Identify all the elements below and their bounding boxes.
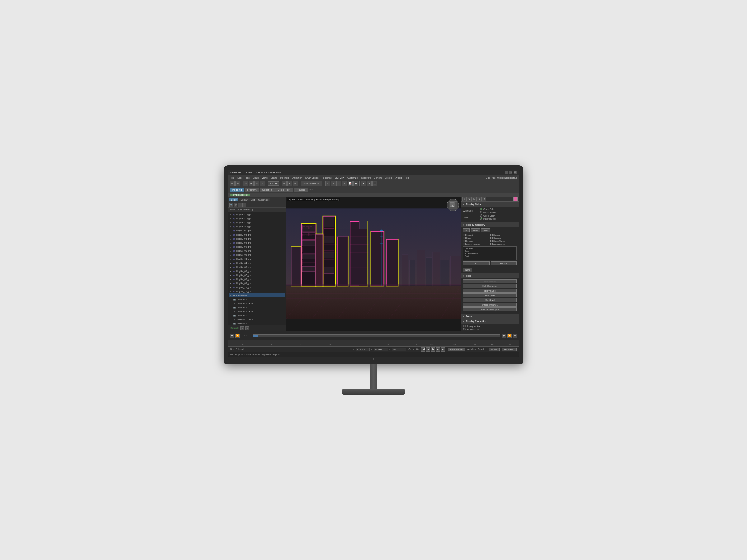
scale-button[interactable]: ⤡ xyxy=(260,181,265,186)
tab-extra[interactable]: ≡ ☆ xyxy=(309,189,313,191)
render-setup-button[interactable]: ▶ xyxy=(367,181,371,186)
list-item[interactable]: ▶ ⊞ BldgLG_04_grp xyxy=(229,224,285,229)
bone-item-bone[interactable]: Bone xyxy=(464,250,516,252)
wireframe-object-color[interactable]: Object Color xyxy=(480,208,496,210)
list-item[interactable]: ▶ ⊞ BldgSM_11_grp xyxy=(229,289,285,293)
next-frame-btn[interactable]: ▶| xyxy=(436,347,440,351)
rp-view-button[interactable]: ◱ xyxy=(472,197,476,201)
rotate-button[interactable]: ↻ xyxy=(254,181,259,186)
hide-cat-all-button[interactable]: All xyxy=(463,229,470,232)
menu-civil-view[interactable]: Civil View xyxy=(334,177,345,179)
menu-content[interactable]: Content xyxy=(383,177,394,179)
move-button[interactable]: ✛ xyxy=(249,181,254,186)
menu-rendering[interactable]: Rendering xyxy=(320,177,333,179)
scene-tab-edit[interactable]: Edit xyxy=(249,198,256,201)
select-button[interactable]: ⊹ xyxy=(243,181,248,186)
track-view-button[interactable]: 📈 xyxy=(348,181,353,186)
checkbox-helpers[interactable] xyxy=(463,240,466,242)
maximize-button[interactable]: □ xyxy=(509,171,512,174)
list-item[interactable]: ▶ ⊞ BldgHD_03_grp xyxy=(229,237,285,241)
selection-filter[interactable]: All xyxy=(268,181,279,186)
list-item[interactable]: ▶ ⊞ BldgSM_05_grp xyxy=(229,265,285,269)
viewport[interactable]: [+] [Perspective] [Standard] [Facets + E… xyxy=(286,197,461,331)
section-hide-by-category[interactable]: Hide by Category xyxy=(461,222,518,227)
list-item[interactable]: 📷 Camera003 xyxy=(229,297,285,301)
wireframe-material-color[interactable]: Material Color xyxy=(480,211,496,213)
scene-grid-btn[interactable]: ⊞ xyxy=(245,326,249,330)
checkbox-space-warps[interactable] xyxy=(490,240,493,242)
list-item[interactable]: ⊕ Camera006.Target xyxy=(229,310,285,314)
scene-view-btn[interactable]: ⊟ xyxy=(240,326,244,330)
prev-frame-btn[interactable]: ◀ xyxy=(426,347,431,351)
list-item[interactable]: ⊕ Camera003.Target xyxy=(229,301,285,305)
schematic-view-button[interactable]: 🔲 xyxy=(353,181,358,186)
checkbox-geometry[interactable] xyxy=(463,234,466,236)
list-item[interactable]: ▶ ⊞ BldgHD_02_grp xyxy=(229,233,285,237)
rp-env-button[interactable]: ☀ xyxy=(482,197,487,201)
category-bone-objects[interactable]: Bone Objects xyxy=(490,243,517,245)
list-item[interactable]: ▶ ⊞ BldgHD_05_grp xyxy=(229,245,285,249)
timeline-ruler[interactable]: 0 10 20 25 30 35 40 45 50 55 60 65 xyxy=(229,340,518,346)
time-end-button[interactable]: ▶| xyxy=(441,347,445,351)
list-item[interactable]: ▼ 📷 Camera002 xyxy=(229,293,285,297)
rp-settings-button[interactable]: ⚙ xyxy=(467,197,471,201)
snap-percent-button[interactable]: % xyxy=(293,181,298,186)
timeline-slider[interactable] xyxy=(253,335,500,337)
scene-list[interactable]: ▶ ⊞ BldgLG_01_grp ▶ ⊞ BldgLG_02_grp ▶ ⊞ xyxy=(229,212,286,325)
bone-list[interactable]: CAT Bone Bone IK Chain Object Point xyxy=(463,246,517,260)
list-item[interactable]: ▶ ⊞ BldgSM_06_grp xyxy=(229,269,285,273)
category-helpers[interactable]: Helpers xyxy=(463,240,490,242)
category-geometry[interactable]: Geometry xyxy=(463,234,490,236)
list-item[interactable]: ▶ ⊞ BldgHD_01_grp xyxy=(229,229,285,233)
checkbox-cameras[interactable] xyxy=(490,237,493,239)
scene-tab-customize[interactable]: Customize xyxy=(256,198,270,201)
list-item[interactable]: ▶ ⊞ BldgSM_08_grp xyxy=(229,277,285,281)
material-editor-button[interactable]: ◉ xyxy=(361,181,366,186)
create-selection-button[interactable]: Create Selection Se... xyxy=(301,181,323,186)
list-item[interactable]: ▶ ⊞ BldgSM_04_grp xyxy=(229,261,285,265)
menu-animation[interactable]: Animation xyxy=(291,177,303,179)
unhide-by-name-button[interactable]: Unhide by Name... xyxy=(463,303,517,307)
tab-freeform[interactable]: Freeform xyxy=(244,188,259,192)
menu-scripting[interactable]: Interactive xyxy=(360,177,372,179)
bone-add-button[interactable]: Add xyxy=(463,261,490,265)
section-freeze[interactable]: Freeze xyxy=(461,314,518,319)
bone-none-button[interactable]: None xyxy=(463,268,472,272)
play-button[interactable]: ▶ xyxy=(502,334,506,338)
hide-cat-none-button[interactable]: None xyxy=(471,229,480,232)
play-btn[interactable]: ▶ xyxy=(431,347,435,351)
backface-cull-option[interactable]: Backface Cull xyxy=(463,328,517,330)
tab-selection[interactable]: Selection xyxy=(260,188,275,192)
hide-by-name-button[interactable]: Hide by Name... xyxy=(463,289,517,293)
bone-remove-button[interactable]: Remove xyxy=(491,261,517,265)
category-particle-systems[interactable]: Particle Systems xyxy=(463,243,490,245)
prev-key-button[interactable]: ⏪ xyxy=(235,334,240,338)
scene-search-button[interactable]: 🔍 xyxy=(229,203,233,207)
set-key-button[interactable]: Set Key xyxy=(489,348,499,351)
hide-selected-button[interactable]: Hide Selected xyxy=(463,279,517,284)
section-hide[interactable]: Hide xyxy=(461,273,518,278)
menu-views[interactable]: Views xyxy=(260,177,269,179)
list-item[interactable]: ▶ ⊞ BldgSM_01_grp xyxy=(229,249,285,253)
menu-group[interactable]: Group xyxy=(252,177,260,179)
scene-manager-button[interactable]: ⊟ xyxy=(342,181,347,186)
menu-interactive[interactable]: Content xyxy=(372,177,383,179)
align-button[interactable]: ≡ xyxy=(331,181,336,186)
undo-button[interactable]: ↩ xyxy=(230,181,235,186)
hide-frozen-button[interactable]: Hide Frozen Objects xyxy=(463,308,517,312)
unhide-all-button[interactable]: Unhide All xyxy=(463,298,517,302)
list-item[interactable]: 📷 Camera008 xyxy=(229,322,285,325)
shaded-object-color[interactable]: Object Color xyxy=(480,214,496,217)
redo-button[interactable]: ↪ xyxy=(235,181,240,186)
checkbox-particle[interactable] xyxy=(463,243,466,245)
category-shapes[interactable]: Shapes xyxy=(490,234,517,236)
checkbox-bone[interactable] xyxy=(490,243,493,245)
section-display-color[interactable]: Display Color xyxy=(461,202,518,207)
hide-unselected-button[interactable]: Hide Unselected xyxy=(463,284,517,288)
next-frame-button[interactable]: ⏭ xyxy=(513,334,517,338)
close-button[interactable]: ✕ xyxy=(514,171,517,174)
list-item[interactable]: ▶ ⊞ BldgLG_01_grp xyxy=(229,212,285,216)
menu-arnold[interactable]: Arnold xyxy=(394,177,403,179)
display-as-box-option[interactable]: Display as Box xyxy=(463,325,517,327)
list-item[interactable]: ▶ ⊞ BldgSM_07_grp xyxy=(229,273,285,277)
